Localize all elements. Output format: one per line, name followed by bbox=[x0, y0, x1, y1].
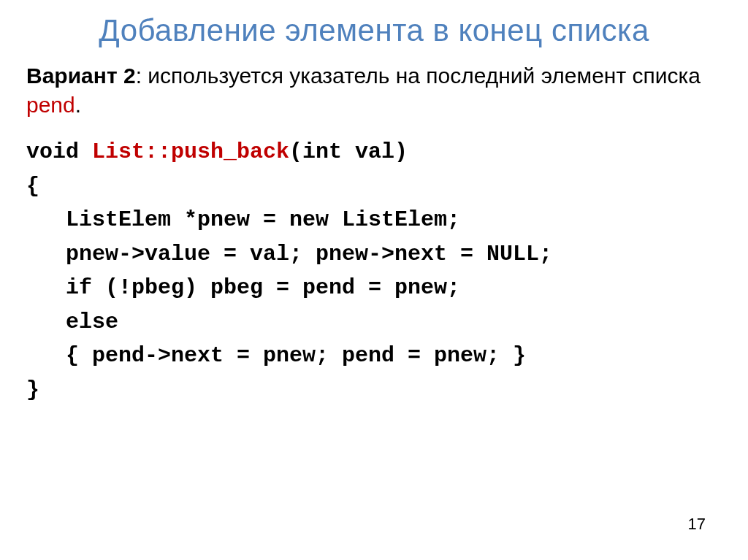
code-line-5: { pend->next = pnew; pend = pnew; } bbox=[26, 343, 526, 368]
slide-title: Добавление элемента в конец списка bbox=[26, 13, 722, 48]
slide-body-text: Вариант 2: используется указатель на пос… bbox=[26, 61, 722, 119]
code-params: (int val) bbox=[289, 139, 408, 164]
code-open-brace: { bbox=[26, 174, 39, 199]
code-line-1: ListElem *pnew = new ListElem; bbox=[26, 207, 460, 232]
body-text-part2: . bbox=[75, 93, 81, 117]
code-line-4: else bbox=[26, 310, 118, 334]
slide: Добавление элемента в конец списка Вариа… bbox=[0, 0, 748, 560]
code-block: void List::push_back(int val) { ListElem… bbox=[26, 135, 722, 407]
code-func-name: List::push_back bbox=[92, 139, 289, 164]
code-line-3: if (!pbeg) pbeg = pend = pnew; bbox=[26, 275, 460, 300]
code-close-brace: } bbox=[26, 377, 39, 402]
variant-label: Вариант 2 bbox=[26, 64, 136, 88]
pend-keyword: pend bbox=[26, 93, 75, 117]
code-void: void bbox=[26, 139, 92, 164]
code-line-2: pnew->value = val; pnew->next = NULL; bbox=[26, 242, 552, 266]
body-text-part1: : используется указатель на последний эл… bbox=[136, 64, 701, 88]
page-number: 17 bbox=[688, 515, 706, 534]
